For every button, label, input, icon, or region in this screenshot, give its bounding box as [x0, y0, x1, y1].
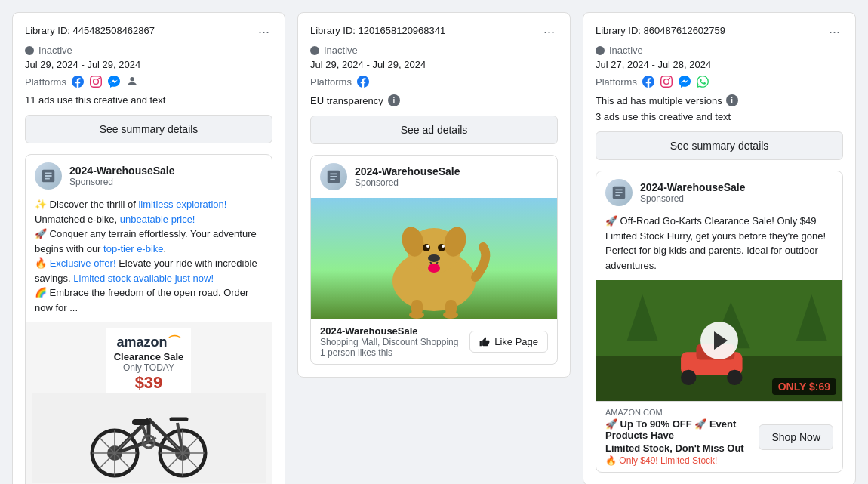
ad-sponsored-3: Sponsored — [640, 193, 746, 204]
status-row-1: Inactive — [25, 45, 272, 56]
status-row-3: Inactive — [596, 45, 843, 56]
ad-info-1: 2024-WarehouseSale Sponsored — [69, 165, 175, 187]
date-range-3: Jul 27, 2024 - Jul 28, 2024 — [596, 59, 843, 70]
amazon-logo-1: amazon⌒ — [114, 333, 184, 351]
date-range-2: Jul 29, 2024 - Jul 29, 2024 — [310, 59, 558, 70]
ad-card-3: Library ID: 860487612602759 ··· Inactive… — [583, 12, 856, 484]
play-triangle-icon — [714, 331, 728, 350]
svg-point-31 — [442, 245, 445, 248]
instagram-icon-1 — [89, 75, 103, 88]
svg-point-32 — [428, 254, 440, 262]
shop-now-btn-3[interactable]: Shop Now — [759, 424, 833, 450]
see-summary-btn-3[interactable]: See summary details — [596, 131, 843, 160]
bike-ad-image-1: amazon⌒ Clearance Sale Only TODAY $39 — [26, 322, 272, 484]
library-id-3: Library ID: 860487612602759 — [596, 25, 725, 36]
clearance-price-1: $39 — [114, 373, 184, 393]
ad-preview-header-3: 2024-WarehouseSale Sponsored — [596, 171, 842, 214]
ad-footer-left-2: 2024-WarehouseSale Shopping Mall, Discou… — [320, 325, 458, 358]
ad-body-line1: ✨ Discover the thrill of limitless explo… — [35, 197, 263, 227]
svg-point-0 — [130, 77, 134, 81]
platforms-row-2: Platforms — [310, 75, 558, 88]
ad-info-3: 2024-WarehouseSale Sponsored — [640, 181, 746, 204]
instagram-icon-3 — [660, 75, 673, 88]
library-id-2: Library ID: 1201658120968341 — [310, 25, 445, 36]
more-options-btn-2[interactable]: ··· — [540, 25, 558, 39]
ad-sponsored-1: Sponsored — [69, 177, 175, 187]
whatsapp-icon-3 — [696, 75, 709, 88]
svg-rect-11 — [132, 419, 150, 425]
shop-headline1-3: 🚀 Up To 90% OFF 🚀 Event Products Have — [605, 418, 751, 441]
ad-body-1: ✨ Discover the thrill of limitless explo… — [26, 197, 272, 322]
messenger-icon-1 — [107, 75, 121, 88]
groups-icon-1 — [125, 75, 139, 88]
platforms-row-3: Platforms — [596, 75, 843, 88]
video-price-badge-3: ONLY $:69 — [772, 378, 836, 395]
eu-info-icon-2[interactable]: i — [388, 94, 400, 106]
versions-info-icon-3[interactable]: i — [726, 94, 738, 106]
ad-body-3: 🚀 Off-Road Go-Karts Clearance Sale! Only… — [596, 214, 842, 280]
ad-info-2: 2024-WarehouseSale Sponsored — [355, 165, 460, 188]
ad-preview-2: 2024-WarehouseSale Sponsored — [310, 155, 558, 365]
status-dot-3 — [596, 46, 605, 55]
shop-now-area-3: AMAZON.COM 🚀 Up To 90% OFF 🚀 Event Produ… — [596, 401, 842, 472]
svg-point-45 — [727, 370, 742, 385]
ad-footer-likes-2: 1 person likes this — [320, 347, 458, 358]
date-range-1: Jul 29, 2024 - Jul 29, 2024 — [25, 59, 272, 70]
bike-image-1 — [32, 393, 266, 483]
ads-count-1: 11 ads use this creative and text — [25, 94, 272, 106]
see-summary-btn-1[interactable]: See summary details — [25, 115, 272, 143]
card-header-3: Library ID: 860487612602759 ··· — [596, 25, 843, 39]
svg-point-36 — [409, 311, 424, 319]
card-header-2: Library ID: 1201658120968341 ··· — [310, 25, 558, 39]
video-thumb-3[interactable]: ONLY $:69 — [596, 280, 842, 401]
play-button-3[interactable] — [700, 322, 738, 359]
platforms-label-1: Platforms — [25, 76, 66, 88]
multiple-versions-3: This ad has multiple versions i — [596, 94, 843, 106]
status-text-3: Inactive — [609, 45, 643, 56]
ad-preview-header-1: 2024-WarehouseSale Sponsored — [26, 155, 272, 197]
more-options-btn-1[interactable]: ··· — [255, 25, 272, 39]
shop-domain-3: AMAZON.COM — [605, 408, 751, 417]
platforms-label-3: Platforms — [596, 76, 637, 88]
messenger-icon-3 — [678, 75, 691, 88]
eu-transparency-2: EU transparency i — [310, 94, 558, 106]
shop-sub-3: 🔥 Only $49! Limited Stock! — [605, 455, 751, 466]
dog-image-2 — [311, 198, 557, 319]
avatar-2 — [320, 163, 347, 190]
svg-point-33 — [428, 264, 440, 273]
ad-preview-header-2: 2024-WarehouseSale Sponsored — [311, 156, 557, 198]
avatar-1 — [35, 162, 62, 190]
more-options-btn-3[interactable]: ··· — [826, 25, 843, 39]
ad-card-2: Library ID: 1201658120968341 ··· Inactiv… — [297, 12, 571, 378]
ad-body-highlight4: Exclusive offer! — [50, 257, 116, 269]
ad-body-highlight5: Limited stock available just now! — [73, 273, 214, 284]
facebook-icon-2 — [356, 75, 370, 88]
ad-body-line4: 🌈 Embrace the freedom of the open road. … — [35, 285, 263, 315]
ad-footer-name-2: 2024-WarehouseSale — [320, 325, 458, 337]
ad-footer-categories-2: Shopping Mall, Discount Shopping — [320, 337, 458, 347]
platforms-row-1: Platforms — [25, 75, 272, 88]
amazon-clearance-1: amazon⌒ Clearance Sale Only TODAY $39 — [106, 328, 192, 393]
avatar-3 — [605, 179, 633, 206]
ad-body-highlight2: unbeatable price! — [120, 214, 195, 225]
ad-title-1: 2024-WarehouseSale — [69, 165, 175, 177]
status-dot-2 — [310, 46, 319, 55]
see-details-btn-2[interactable]: See ad details — [310, 116, 558, 144]
clearance-label-1: Clearance Sale — [114, 351, 184, 362]
ad-body-highlight3: top-tier e-bike — [103, 243, 163, 254]
svg-point-29 — [438, 244, 445, 251]
svg-point-28 — [423, 244, 430, 251]
status-text-2: Inactive — [324, 45, 358, 56]
ad-footer-2: 2024-WarehouseSale Shopping Mall, Discou… — [311, 319, 557, 364]
facebook-icon-3 — [642, 75, 655, 88]
svg-point-37 — [443, 311, 458, 319]
ad-body-highlight1: limitless exploration! — [138, 199, 226, 210]
like-page-btn-2[interactable]: Like Page — [469, 331, 548, 353]
status-text-1: Inactive — [38, 45, 72, 56]
platforms-label-2: Platforms — [310, 76, 352, 88]
ads-count-3: 3 ads use this creative and text — [596, 111, 843, 122]
ad-sponsored-2: Sponsored — [355, 177, 460, 188]
thumbs-up-icon — [479, 337, 490, 347]
shop-now-left-3: AMAZON.COM 🚀 Up To 90% OFF 🚀 Event Produ… — [605, 408, 751, 466]
card-header-1: Library ID: 445482508462867 ··· — [25, 25, 272, 39]
